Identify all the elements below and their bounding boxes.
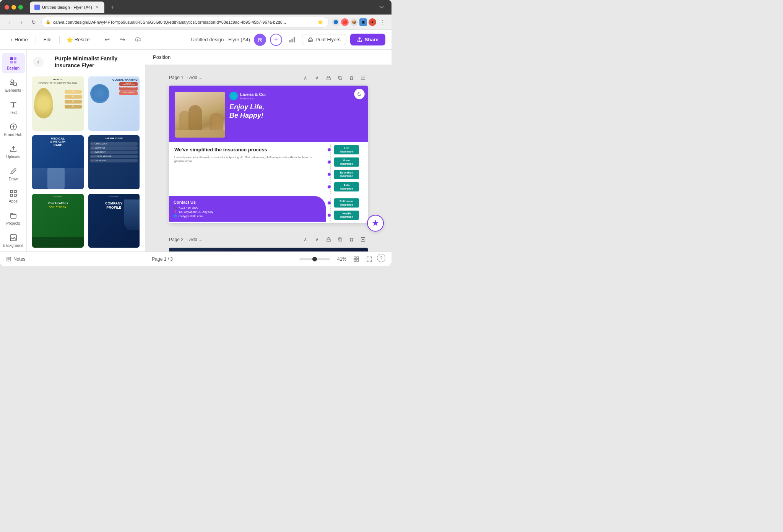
resize-button[interactable]: ⭐ Resize (63, 34, 94, 45)
ext-icon-2[interactable]: 🔴 (341, 18, 349, 26)
svg-rect-9 (14, 83, 16, 86)
page-1-container: Page 1 - Add ... ∧ ∨ (169, 73, 368, 223)
refresh-design-btn[interactable] (354, 89, 365, 99)
contact-phone: 📞 +123-456-7890 (174, 206, 321, 209)
sidebar-item-design[interactable]: Design (2, 53, 25, 73)
position-bar: Position (145, 50, 392, 65)
svg-rect-17 (339, 77, 342, 79)
page-2-up-btn[interactable]: ∧ (301, 235, 310, 245)
page-2-duplicate-btn[interactable] (335, 235, 345, 245)
brand-hub-label: Brand Hub (4, 133, 23, 137)
active-tab[interactable]: Untitled design - Flyer (A4) × (30, 2, 104, 13)
flyer-brand: L Liceria & Co. Insurance Enjoy Life, (229, 92, 362, 138)
notes-button[interactable]: Notes (6, 256, 25, 262)
user-avatar[interactable]: R (254, 34, 266, 46)
ext-icon-1[interactable]: 🔵 (332, 18, 340, 26)
add-collaborator-btn[interactable]: + (270, 34, 282, 46)
page-1-duplicate-btn[interactable] (335, 73, 345, 83)
page-2-lock-btn[interactable] (323, 235, 333, 245)
magic-ai-button[interactable] (367, 215, 384, 232)
page-1-add[interactable]: - Add ... (187, 75, 202, 80)
sidebar-item-projects[interactable]: Projects (2, 208, 25, 229)
flyer-header: L Liceria & Co. Insurance Enjoy Life, (169, 86, 368, 142)
page-1-up-btn[interactable]: ∧ (301, 73, 310, 83)
forward-btn[interactable]: › (17, 18, 26, 27)
main-area: Design Elements Text (0, 50, 392, 251)
refresh-btn[interactable]: ↻ (29, 18, 38, 27)
contact-title: Contact Us (174, 200, 321, 204)
flyer-bottom-section: Contact Us 📞 +123-456-7890 📍 123 (169, 196, 368, 223)
canvas-scroll[interactable]: Page 1 - Add ... ∧ ∨ (145, 65, 392, 251)
sidebar-item-draw[interactable]: Draw (2, 164, 25, 184)
window-expand-btn[interactable] (376, 2, 387, 13)
redo-button[interactable]: ↪ (116, 34, 128, 46)
flyer-content: L Liceria & Co. Insurance Enjoy Life, (169, 86, 368, 223)
page-2-add-page-btn[interactable] (358, 235, 368, 245)
home-button[interactable]: ‹ Home (6, 34, 32, 45)
page-2-add[interactable]: - Add ... (187, 237, 202, 242)
sidebar-item-brand-hub[interactable]: Brand Hub (2, 119, 25, 140)
analytics-button[interactable] (286, 34, 298, 46)
ext-icon-4[interactable]: ▣ (359, 18, 367, 26)
svg-rect-23 (354, 257, 356, 259)
new-tab-btn[interactable]: + (107, 2, 118, 13)
ext-icon-3[interactable]: 📦 (350, 18, 358, 26)
share-button[interactable]: Share (350, 34, 385, 45)
page-2-delete-btn[interactable] (346, 235, 356, 245)
tab-bar: Untitled design - Flyer (A4) × + (0, 0, 392, 15)
template-thumb-5[interactable]: LOGO HERE Your Health IsOur Priority Pro… (31, 193, 84, 248)
back-btn[interactable]: ‹ (5, 18, 14, 27)
undo-button[interactable]: ↩ (101, 34, 113, 46)
page-1-add-page-btn[interactable] (358, 73, 368, 83)
sidebar-item-uploads[interactable]: Uploads (2, 141, 25, 162)
svg-rect-5 (14, 57, 16, 60)
svg-rect-6 (10, 61, 13, 63)
sidebar-item-apps[interactable]: Apps (2, 186, 25, 206)
sidebar: Design Elements Text (0, 50, 27, 251)
view-controls: ? (351, 254, 385, 264)
sidebar-item-background[interactable]: Background (2, 230, 25, 251)
more-options-btn[interactable]: ⋮ (378, 18, 387, 27)
cloud-save-button[interactable] (132, 34, 144, 46)
bookmark-btn[interactable]: ⭐ (315, 18, 325, 27)
template-thumb-2[interactable]: GLOBAL WARMING REDUCE TRANSPORTATION RED… (88, 76, 141, 131)
print-flyers-button[interactable]: Print Flyers (302, 34, 346, 45)
grid-view-btn[interactable] (351, 254, 362, 264)
page-1-delete-btn[interactable] (346, 73, 356, 83)
ssl-icon: 🔒 (45, 19, 51, 24)
location-icon: 📍 (174, 210, 177, 214)
template-thumb-3[interactable]: MEDICAL& HEALTHCARE CONSULT NOW (31, 135, 84, 190)
template-thumb-1[interactable]: HEALTH PRACTICAL TIPS FOR EVERYDAY WELL-… (31, 76, 84, 131)
help-button[interactable]: ? (377, 254, 385, 262)
template-thumb-4[interactable]: LARANA CLINIC 01 GYNECOLOGY 02 GERIATRIC… (88, 135, 141, 190)
file-menu-btn[interactable]: File (39, 34, 56, 45)
service-6: HealthInsurance (329, 211, 365, 220)
text-label: Text (10, 110, 16, 115)
flyer-page-2-partial[interactable]: canva Registration 123-456-7890 (169, 248, 368, 251)
zoom-slider[interactable] (299, 258, 330, 260)
page-2-down-btn[interactable]: ∨ (312, 235, 322, 245)
ext-icon-5[interactable]: ● (369, 18, 376, 26)
design-label: Design (7, 66, 19, 70)
maximize-window-btn[interactable] (18, 5, 23, 10)
sidebar-item-elements[interactable]: Elements (2, 75, 25, 96)
sidebar-item-text[interactable]: Text (2, 97, 25, 118)
flyer-logo: L Liceria & Co. Insurance (229, 92, 362, 100)
tab-close-btn[interactable]: × (94, 5, 100, 10)
flyer-contact-wrapper: Contact Us 📞 +123-456-7890 📍 123 (169, 196, 326, 223)
template-thumb-6[interactable]: LOGO HERE COMPANYPROFILE Our Services Ab… (88, 193, 141, 248)
url-bar[interactable]: 🔒 canva.com/design/DAFnwyf4FTo/Yp69usuaK… (41, 17, 329, 28)
notes-label: Notes (13, 256, 25, 262)
minimize-window-btn[interactable] (11, 5, 16, 10)
page-1-down-btn[interactable]: ∨ (312, 73, 322, 83)
browser-extensions: 🔵 🔴 📦 ▣ ● ⋮ (332, 18, 387, 27)
zoom-thumb[interactable] (312, 257, 317, 261)
svg-rect-16 (327, 78, 330, 80)
panel-back-button[interactable]: ‹ (33, 57, 44, 67)
flyer-services-list: LifeInsurance HomeInsurance (326, 142, 368, 196)
flyer-page-1[interactable]: L Liceria & Co. Insurance Enjoy Life, (169, 86, 368, 223)
fullscreen-btn[interactable] (364, 254, 375, 264)
close-window-btn[interactable] (5, 5, 9, 10)
page-1-lock-btn[interactable] (323, 73, 333, 83)
svg-rect-19 (327, 239, 330, 242)
